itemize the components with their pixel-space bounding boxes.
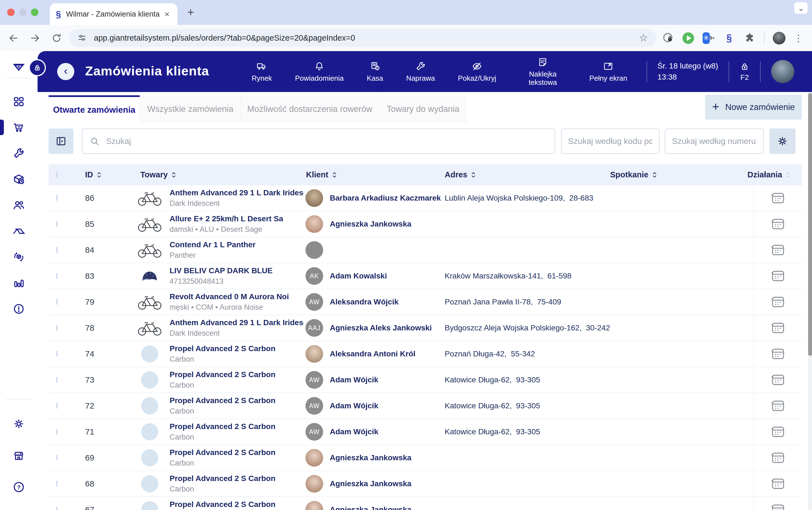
row-checkbox[interactable] <box>56 325 57 331</box>
table-row-84[interactable]: 84 Contend Ar 1 L Panther Panther <box>49 237 802 263</box>
session-lock-badge[interactable] <box>29 59 46 76</box>
row-checkbox[interactable] <box>56 481 57 486</box>
nine-plus-extension-icon[interactable]: ✳ 9+ <box>703 32 715 44</box>
table-row-85[interactable]: 85 Allure E+ 2 25km/h L Desert Sa damski… <box>49 211 802 237</box>
table-row-74[interactable]: 74 Propel Advanced 2 S Carbon Carbon Ale… <box>49 341 802 367</box>
browser-tab[interactable]: § Wilmar - Zamówienia klienta × <box>50 3 177 25</box>
appbar-nav-pokaz-ukryj[interactable]: Pokaż/Ukryj <box>458 61 496 82</box>
calendar-icon[interactable] <box>771 503 785 510</box>
column-header-dzialania[interactable]: Działania <box>753 170 802 179</box>
new-tab-button[interactable]: + <box>187 7 194 18</box>
appbar-nav-rynek[interactable]: Rynek <box>252 61 272 82</box>
row-checkbox[interactable] <box>56 403 57 408</box>
reload-icon[interactable] <box>51 33 62 44</box>
calendar-icon[interactable] <box>771 295 785 309</box>
sort-icon[interactable] <box>332 171 337 178</box>
url-bar[interactable]: app.giantretailsystem.pl/sales/orders/?t… <box>69 29 656 47</box>
appbar-nav-kasa[interactable]: € Kasa <box>367 61 383 82</box>
postal-code-search-input[interactable] <box>561 129 660 154</box>
sort-icon[interactable] <box>471 171 475 178</box>
calendar-icon[interactable] <box>771 373 785 387</box>
calendar-icon[interactable] <box>771 218 785 231</box>
column-header-spotkanie[interactable]: Spotkanie <box>608 170 753 179</box>
tab-mozliwosc-dostarczenia[interactable]: Możliwość dostarczenia rowerów <box>240 95 379 123</box>
table-row-86[interactable]: 86 Anthem Advanced 29 1 L Dark Iridesc..… <box>49 186 802 211</box>
table-row-73[interactable]: 73 Propel Advanced 2 S Carbon Carbon AW … <box>49 367 802 393</box>
row-checkbox[interactable] <box>56 507 57 510</box>
sidebar-item-reports[interactable] <box>12 276 25 289</box>
table-row-71[interactable]: 71 Propel Advanced 2 S Carbon Carbon AW … <box>49 419 802 445</box>
row-checkbox[interactable] <box>56 455 57 460</box>
appbar-nav-naprawa[interactable]: Naprawa <box>406 61 435 82</box>
row-checkbox[interactable] <box>56 351 57 357</box>
bookmark-star-icon[interactable]: ☆ <box>639 32 648 44</box>
sidebar-item-customers[interactable] <box>12 199 25 212</box>
table-row-67[interactable]: 67 Propel Advanced 2 S Carbon Carbon Agn… <box>49 497 802 510</box>
sidebar-item-inventory[interactable] <box>12 250 25 263</box>
table-row-79[interactable]: 79 Revolt Advanced 0 M Aurora Noi męski … <box>49 289 802 315</box>
table-row-83[interactable]: 83 LIV BELIV CAP DARK BLUE 4713250048413… <box>49 263 802 289</box>
calendar-icon[interactable] <box>771 192 785 205</box>
calendar-icon[interactable] <box>771 244 785 257</box>
table-settings-button[interactable] <box>770 129 795 154</box>
number-search-input[interactable] <box>665 129 764 154</box>
select-all-checkbox[interactable] <box>56 172 57 178</box>
row-checkbox[interactable] <box>56 429 57 434</box>
row-checkbox[interactable] <box>56 299 57 305</box>
row-checkbox[interactable] <box>56 195 57 201</box>
calendar-icon[interactable] <box>771 399 785 413</box>
tab-close-icon[interactable]: × <box>163 9 171 19</box>
column-header-klient[interactable]: Klient <box>304 170 442 179</box>
new-order-button[interactable]: + Nowe zamówienie <box>705 95 802 120</box>
browser-profile-avatar[interactable] <box>773 32 785 45</box>
calendar-icon[interactable] <box>771 451 785 464</box>
sidebar-item-dashboard[interactable] <box>12 95 25 108</box>
sort-icon[interactable] <box>172 171 176 178</box>
lock-screen-button[interactable]: F2 <box>740 62 750 82</box>
row-checkbox[interactable] <box>56 273 57 279</box>
table-row-69[interactable]: 69 Propel Advanced 2 S Carbon Carbon Agn… <box>49 445 802 471</box>
sort-icon[interactable] <box>97 171 102 178</box>
panel-toggle-button[interactable] <box>49 129 74 154</box>
tab-search-chevron[interactable]: ⌄ <box>794 2 808 14</box>
site-settings-icon[interactable] <box>77 33 87 42</box>
appbar-nav-pelny-ekran[interactable]: Pełny ekran <box>589 61 627 82</box>
sort-icon[interactable] <box>786 171 790 178</box>
sidebar-item-bikes[interactable] <box>12 224 25 237</box>
scrollbar-thumb[interactable] <box>808 93 812 356</box>
appbar-nav-naklejka-tekstowa[interactable]: Naklejka tekstowa <box>519 57 566 86</box>
brand-logo[interactable] <box>12 61 25 74</box>
column-header-id[interactable]: ID <box>74 170 124 179</box>
tab-wszystkie-zamowienia[interactable]: Wszystkie zamówienia <box>140 95 240 123</box>
row-checkbox[interactable] <box>56 377 57 382</box>
table-row-72[interactable]: 72 Propel Advanced 2 S Carbon Carbon AW … <box>49 393 802 419</box>
calendar-icon[interactable] <box>771 425 785 438</box>
user-avatar[interactable] <box>771 60 794 83</box>
calendar-icon[interactable] <box>771 270 785 283</box>
tab-towary-do-wydania[interactable]: Towary do wydania <box>379 95 467 123</box>
scrollbar[interactable] <box>808 92 812 510</box>
sidebar-item-help[interactable]: ? <box>12 480 25 494</box>
tab-otwarte-zamowienia[interactable]: Otwarte zamówienia <box>49 95 140 123</box>
table-row-68[interactable]: 68 Propel Advanced 2 S Carbon Carbon Agn… <box>49 471 802 497</box>
column-header-towary[interactable]: Towary <box>124 170 304 179</box>
page-back-button[interactable]: ‹ <box>57 63 74 80</box>
row-checkbox[interactable] <box>56 221 57 227</box>
calendar-icon[interactable] <box>771 321 785 335</box>
search-input[interactable] <box>82 129 555 154</box>
extensions-puzzle-icon[interactable] <box>744 32 756 44</box>
appbar-nav-powiadomienia[interactable]: Powiadomienia <box>295 61 344 82</box>
window-close-button[interactable] <box>7 8 14 16</box>
window-minimize-button[interactable] <box>19 8 27 16</box>
table-row-78[interactable]: 78 Anthem Advanced 29 1 L Dark Iridesc..… <box>49 315 802 341</box>
sidebar-item-stock[interactable] <box>12 173 25 186</box>
window-zoom-button[interactable] <box>31 8 38 16</box>
sort-icon[interactable] <box>652 171 657 178</box>
row-checkbox[interactable] <box>56 247 57 253</box>
sidebar-item-alerts[interactable] <box>12 302 25 315</box>
s-extension-icon[interactable]: § <box>723 32 735 44</box>
sidebar-item-store[interactable] <box>12 449 25 462</box>
calendar-icon[interactable] <box>771 477 785 490</box>
browser-menu-icon[interactable]: ⋮ <box>794 33 803 44</box>
calendar-icon[interactable] <box>771 347 785 361</box>
